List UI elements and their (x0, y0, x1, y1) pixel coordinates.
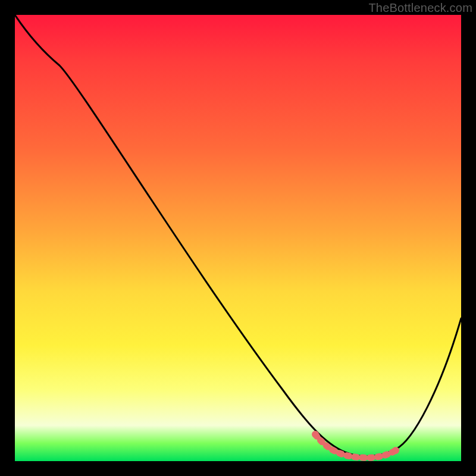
curve-svg (15, 15, 461, 461)
optimal-range-end-dot (312, 431, 319, 438)
plot-area (15, 15, 461, 461)
bottleneck-curve-path (15, 15, 461, 456)
watermark-text: TheBottleneck.com (368, 1, 472, 15)
chart-frame: TheBottleneck.com (0, 0, 476, 476)
optimal-range-end-dot (392, 447, 399, 454)
optimal-range-path (315, 434, 396, 458)
